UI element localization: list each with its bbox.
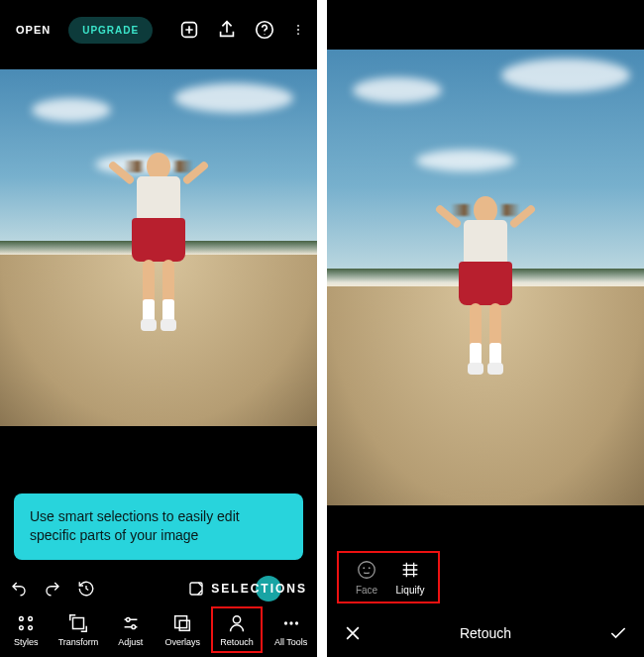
svg-point-2 (264, 34, 265, 35)
right-screen: Face Liquify Retouch (327, 0, 644, 657)
face-icon (356, 559, 377, 581)
close-icon[interactable] (343, 623, 363, 643)
subject-figure (446, 196, 525, 414)
svg-point-5 (297, 33, 299, 35)
svg-point-22 (369, 567, 371, 569)
history-row: SELECTIONS (0, 576, 317, 602)
svg-rect-15 (180, 620, 190, 630)
tool-adjust[interactable]: Adjust (107, 608, 155, 651)
tool-label: Liquify (396, 585, 425, 596)
image-canvas[interactable] (327, 50, 644, 505)
open-button[interactable]: OPEN (8, 18, 58, 42)
selections-button[interactable]: SELECTIONS (187, 580, 307, 598)
svg-point-8 (29, 616, 33, 620)
redo-icon[interactable] (44, 580, 61, 598)
tool-label: All Tools (274, 637, 307, 647)
svg-point-3 (297, 25, 299, 27)
retouch-tools-highlight: Face Liquify (337, 551, 440, 603)
svg-point-16 (233, 615, 240, 622)
tool-label: Face (356, 585, 377, 596)
selections-label: SELECTIONS (211, 582, 307, 596)
tool-alltools[interactable]: All Tools (268, 608, 315, 651)
undo-icon[interactable] (10, 580, 28, 598)
retouch-tool-liquify[interactable]: Liquify (390, 559, 430, 596)
svg-point-9 (20, 625, 24, 629)
more-icon[interactable] (291, 19, 305, 41)
add-image-icon[interactable] (178, 19, 200, 41)
left-screen: OPEN UPGRADE (0, 0, 317, 657)
selections-tooltip: Use smart selections to easily edit spec… (14, 493, 303, 560)
tool-label: Retouch (220, 637, 254, 647)
share-icon[interactable] (216, 19, 238, 41)
tool-styles[interactable]: Styles (2, 608, 50, 651)
upgrade-button[interactable]: UPGRADE (68, 17, 153, 44)
svg-point-21 (363, 567, 365, 569)
svg-rect-11 (72, 617, 83, 628)
retouch-tool-face[interactable]: Face (347, 559, 386, 596)
panel-title: Retouch (460, 625, 511, 641)
tool-retouch[interactable]: Retouch (211, 606, 263, 653)
svg-point-12 (126, 617, 130, 621)
bottom-toolbar: Styles Transform Adjust Overlays Retouch… (0, 602, 317, 657)
svg-point-19 (294, 621, 297, 624)
svg-point-17 (283, 621, 286, 624)
confirm-icon[interactable] (608, 623, 628, 643)
history-icon[interactable] (77, 580, 95, 598)
tool-overlays[interactable]: Overlays (159, 608, 206, 651)
svg-point-13 (132, 624, 136, 628)
svg-rect-14 (175, 615, 187, 627)
tool-label: Styles (14, 637, 39, 647)
svg-point-10 (29, 625, 33, 629)
top-bar: OPEN UPGRADE (0, 0, 317, 59)
svg-point-18 (289, 621, 292, 624)
tool-label: Overlays (165, 637, 201, 647)
top-right-actions (178, 19, 309, 41)
svg-point-4 (297, 29, 299, 31)
tool-label: Adjust (118, 637, 143, 647)
subject-figure (119, 153, 198, 371)
retouch-icon (226, 612, 248, 634)
retouch-bottom-bar: Retouch (327, 609, 644, 657)
svg-point-20 (359, 562, 376, 579)
transform-icon (67, 612, 89, 634)
image-canvas[interactable] (0, 69, 317, 426)
alltools-icon (280, 612, 302, 634)
adjust-icon (120, 612, 142, 634)
tool-label: Transform (58, 637, 99, 647)
help-icon[interactable] (254, 19, 275, 41)
liquify-icon (399, 559, 421, 581)
overlays-icon (171, 612, 193, 634)
tool-transform[interactable]: Transform (54, 608, 102, 651)
styles-icon (15, 612, 37, 634)
svg-point-7 (20, 616, 24, 620)
selections-icon (187, 580, 205, 598)
